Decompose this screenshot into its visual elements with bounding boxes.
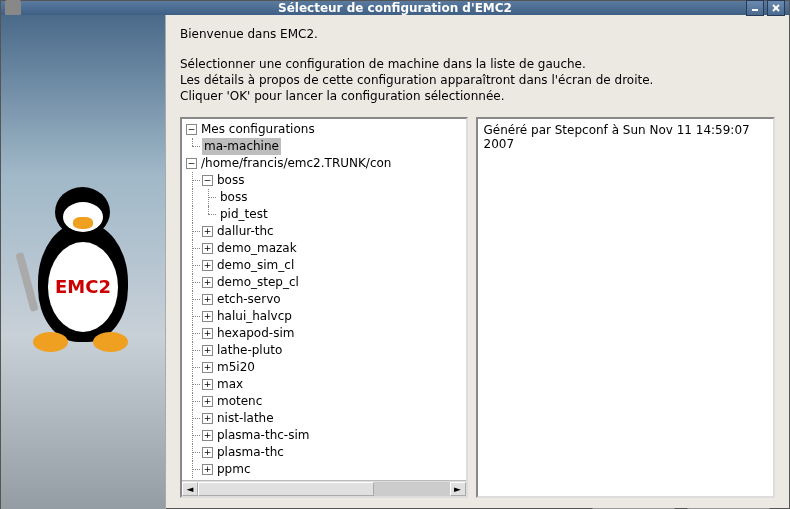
sidebar-image: EMC2 bbox=[1, 15, 166, 509]
content-area: EMC2 Bienvenue dans EMC2. Sélectionner u… bbox=[1, 15, 789, 509]
tree-item[interactable]: demo_step_cl bbox=[215, 274, 301, 291]
titlebar[interactable]: Sélecteur de configuration d'EMC2 bbox=[1, 1, 789, 15]
tree-item[interactable]: plasma-thc bbox=[215, 444, 286, 461]
footer: Créer un raccourci sur le bureau OK Annu… bbox=[180, 498, 775, 509]
tree-item[interactable]: /home/francis/emc2.TRUNK/con bbox=[199, 155, 393, 172]
tree-expander-icon[interactable]: + bbox=[202, 362, 213, 373]
instruction-line: Cliquer 'OK' pour lancer la configuratio… bbox=[180, 89, 775, 103]
tree-expander-icon[interactable]: + bbox=[202, 243, 213, 254]
tree-item[interactable]: dallur-thc bbox=[215, 223, 276, 240]
tree-expander-icon[interactable]: − bbox=[186, 158, 197, 169]
tree-expander-icon[interactable]: + bbox=[202, 447, 213, 458]
tree-item[interactable]: m5i20 bbox=[215, 359, 257, 376]
tree-expander-icon[interactable]: + bbox=[202, 396, 213, 407]
tree-expander-icon[interactable]: + bbox=[202, 328, 213, 339]
tree-item[interactable]: ppmc bbox=[215, 461, 253, 478]
tree-expander-icon[interactable]: − bbox=[186, 124, 197, 135]
tree-expander-icon[interactable]: + bbox=[202, 379, 213, 390]
scroll-track[interactable] bbox=[198, 482, 450, 496]
tree-item[interactable]: halui_halvcp bbox=[215, 308, 294, 325]
welcome-text: Bienvenue dans EMC2. bbox=[180, 27, 775, 41]
tree-expander-icon[interactable]: + bbox=[202, 226, 213, 237]
tree-expander-icon[interactable]: + bbox=[202, 413, 213, 424]
tree-item[interactable]: boss bbox=[215, 172, 246, 189]
scroll-thumb[interactable] bbox=[198, 482, 374, 496]
tree-item[interactable]: motenc bbox=[215, 393, 264, 410]
minimize-button[interactable] bbox=[746, 0, 764, 16]
tree-expander-icon[interactable]: + bbox=[202, 311, 213, 322]
config-tree[interactable]: − Mes configurations ma-machine − /home/… bbox=[180, 117, 468, 498]
intro-text: Bienvenue dans EMC2. Sélectionner une co… bbox=[180, 27, 775, 105]
close-button[interactable] bbox=[767, 0, 785, 16]
tree-item[interactable]: plasma-thc-sim bbox=[215, 427, 311, 444]
tree-item[interactable]: etch-servo bbox=[215, 291, 283, 308]
window-title: Sélecteur de configuration d'EMC2 bbox=[278, 1, 512, 15]
tree-scroll[interactable]: − Mes configurations ma-machine − /home/… bbox=[182, 119, 466, 480]
app-icon bbox=[5, 0, 21, 16]
tree-item[interactable]: demo_mazak bbox=[215, 240, 299, 257]
tree-item[interactable]: pid_test bbox=[218, 206, 270, 223]
tree-item[interactable]: hexapod-sim bbox=[215, 325, 296, 342]
tree-expander-icon[interactable]: + bbox=[202, 430, 213, 441]
tree-expander-icon[interactable]: + bbox=[202, 345, 213, 356]
tree-item[interactable]: Mes configurations bbox=[199, 121, 317, 138]
panels-row: − Mes configurations ma-machine − /home/… bbox=[180, 117, 775, 498]
tree-expander-icon[interactable]: + bbox=[202, 464, 213, 475]
tree-expander-icon[interactable]: − bbox=[202, 175, 213, 186]
tree-item[interactable]: max bbox=[215, 376, 245, 393]
scroll-right-icon[interactable]: ► bbox=[450, 482, 466, 496]
tree-item[interactable]: nist-lathe bbox=[215, 410, 276, 427]
main-window: Sélecteur de configuration d'EMC2 EMC2 bbox=[0, 0, 790, 509]
tree-expander-icon[interactable]: + bbox=[202, 294, 213, 305]
detail-text: Généré par Stepconf à Sun Nov 11 14:59:0… bbox=[484, 123, 750, 151]
window-controls bbox=[746, 0, 785, 16]
horizontal-scrollbar[interactable]: ◄ ► bbox=[182, 480, 466, 496]
instruction-line: Sélectionner une configuration de machin… bbox=[180, 57, 775, 71]
tree-expander-icon[interactable]: + bbox=[202, 260, 213, 271]
tree-item[interactable]: boss bbox=[218, 189, 249, 206]
tree-item-selected[interactable]: ma-machine bbox=[202, 138, 281, 155]
tree-item[interactable]: lathe-pluto bbox=[215, 342, 284, 359]
scroll-left-icon[interactable]: ◄ bbox=[182, 482, 198, 496]
main-panel: Bienvenue dans EMC2. Sélectionner une co… bbox=[166, 15, 789, 509]
instruction-line: Les détails à propos de cette configurat… bbox=[180, 73, 775, 87]
tree-expander-icon[interactable]: + bbox=[202, 277, 213, 288]
penguin-mascot-icon: EMC2 bbox=[13, 182, 153, 382]
detail-panel: Généré par Stepconf à Sun Nov 11 14:59:0… bbox=[476, 117, 776, 498]
tree-item[interactable]: demo_sim_cl bbox=[215, 257, 296, 274]
